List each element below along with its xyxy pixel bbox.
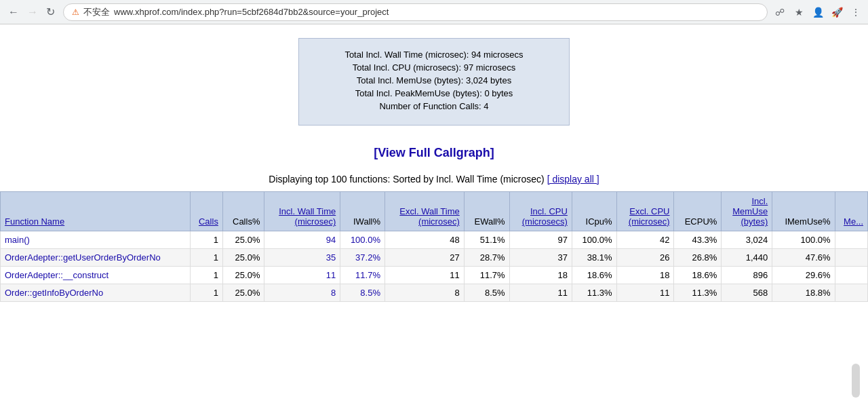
table-cell: 43.3% <box>674 231 722 249</box>
back-button[interactable]: ← <box>5 5 22 20</box>
table-cell: 26.8% <box>674 249 722 267</box>
th-excl-cpu-link[interactable]: Excl. CPU(microsec) <box>629 206 670 227</box>
table-cell[interactable]: Order::getInfoByOrderNo <box>1 284 191 302</box>
reload-button[interactable]: ↻ <box>43 4 58 20</box>
th-imemuse-pct: IMemUse% <box>772 192 835 231</box>
bookmark-icon[interactable]: ★ <box>792 5 806 19</box>
table-cell: 100.0% <box>572 231 616 249</box>
table-cell: 25.0% <box>222 267 264 284</box>
table-cell: 48 <box>384 231 464 249</box>
th-mem-more: Me... <box>835 192 867 231</box>
table-cell: 25.0% <box>222 231 264 249</box>
table-cell: 1 <box>190 267 222 284</box>
table-cell: 1 <box>190 231 222 249</box>
table-cell: 25.0% <box>222 284 264 302</box>
profile-icon[interactable]: 👤 <box>811 5 825 19</box>
stat-value-memuse: 3,024 bytes <box>466 75 511 85</box>
th-ewall-pct: EWall% <box>464 192 509 231</box>
th-fn-link[interactable]: Function Name <box>5 216 64 227</box>
table-cell: 11 <box>509 284 572 302</box>
th-ecpu-pct: ECPU% <box>674 192 722 231</box>
th-mem-more-link[interactable]: Me... <box>844 216 863 227</box>
stat-label-cpu: Total Incl. CPU (microsecs): <box>353 62 461 73</box>
th-calls: Calls <box>190 192 222 231</box>
stat-value-cpu: 97 microsecs <box>464 62 516 73</box>
table-cell: 18.6% <box>572 267 616 284</box>
table-cell[interactable]: 11 <box>264 267 340 284</box>
table-cell: 568 <box>722 284 772 302</box>
table-cell[interactable]: 8 <box>264 284 340 302</box>
table-cell: 18 <box>509 267 572 284</box>
table-cell[interactable]: 35 <box>264 249 340 267</box>
table-cell <box>835 284 867 302</box>
page-content: Total Incl. Wall Time (microsec): 94 mic… <box>0 24 868 302</box>
table-cell: 37.2% <box>340 249 385 267</box>
th-function-name: Function Name <box>1 192 191 231</box>
stat-row-calls: Number of Function Calls: 4 <box>319 101 549 111</box>
stat-label-memuse: Total Incl. MemUse (bytes): <box>357 75 464 85</box>
stat-label-peakmem: Total Incl. PeakMemUse (bytes): <box>355 88 482 98</box>
stat-row-memuse: Total Incl. MemUse (bytes): 3,024 bytes <box>319 75 549 85</box>
table-cell[interactable]: main() <box>1 231 191 249</box>
table-cell[interactable]: OrderAdepter::__construct <box>1 267 191 284</box>
th-incl-cpu-link[interactable]: Incl. CPU(microsecs) <box>522 206 568 227</box>
table-cell: 1 <box>190 249 222 267</box>
table-cell: 1 <box>190 284 222 302</box>
table-cell[interactable]: OrderAdepter::getUserOrderByOrderNo <box>1 249 191 267</box>
table-cell: 18 <box>616 267 674 284</box>
table-cell <box>835 249 867 267</box>
stat-row-peakmem: Total Incl. PeakMemUse (bytes): 0 bytes <box>319 88 549 98</box>
table-header-row: Function Name Calls Calls% Incl. Wall Ti… <box>1 192 868 231</box>
table-cell: 26 <box>616 249 674 267</box>
nav-buttons: ← → ↻ <box>5 4 58 20</box>
th-excl-cpu: Excl. CPU(microsec) <box>616 192 674 231</box>
table-cell <box>835 267 867 284</box>
th-excl-wall: Excl. Wall Time(microsec) <box>384 192 464 231</box>
table-cell: 18.8% <box>772 284 835 302</box>
table-cell: 37 <box>509 249 572 267</box>
translate-icon[interactable]: ☍ <box>773 5 787 19</box>
menu-icon[interactable]: ⋮ <box>849 5 863 19</box>
address-bar[interactable]: ⚠ 不安全 www.xhprof.com/index.php?run=5cbf2… <box>63 3 768 21</box>
table-cell: 896 <box>722 267 772 284</box>
forward-button[interactable]: → <box>24 5 41 20</box>
callgraph-section: [View Full Callgraph] <box>0 146 868 160</box>
table-cell: 47.6% <box>772 249 835 267</box>
th-incl-wall: Incl. Wall Time(microsec) <box>264 192 340 231</box>
th-incl-wall-link[interactable]: Incl. Wall Time(microsec) <box>279 206 336 227</box>
table-cell: 29.6% <box>772 267 835 284</box>
th-incl-memuse: Incl.MemUse(bytes) <box>722 192 772 231</box>
display-info-text: Displaying top 100 functions: Sorted by … <box>269 174 544 185</box>
table-cell: 100.0% <box>772 231 835 249</box>
table-cell: 38.1% <box>572 249 616 267</box>
extension-icon[interactable]: 🚀 <box>830 5 844 19</box>
th-excl-wall-link[interactable]: Excl. Wall Time(microsec) <box>399 206 459 227</box>
th-calls-pct: Calls% <box>222 192 264 231</box>
browser-chrome: ← → ↻ ⚠ 不安全 www.xhprof.com/index.php?run… <box>0 0 868 24</box>
table-row: main()125.0%94100.0%4851.1%97100.0%4243.… <box>1 231 868 249</box>
table-cell: 27 <box>384 249 464 267</box>
table-cell: 97 <box>509 231 572 249</box>
display-info: Displaying top 100 functions: Sorted by … <box>0 174 868 185</box>
security-warning: 不安全 <box>83 6 110 18</box>
table-cell: 1,440 <box>722 249 772 267</box>
table-cell: 3,024 <box>722 231 772 249</box>
table-cell: 8.5% <box>464 284 509 302</box>
th-iwall-pct: IWall% <box>340 192 385 231</box>
table-cell: 8.5% <box>340 284 385 302</box>
table-body: main()125.0%94100.0%4851.1%97100.0%4243.… <box>1 231 868 302</box>
stat-row-wall: Total Incl. Wall Time (microsec): 94 mic… <box>319 50 549 60</box>
callgraph-link[interactable]: [View Full Callgraph] <box>374 146 494 159</box>
table-row: OrderAdepter::__construct125.0%1111.7%11… <box>1 267 868 284</box>
table-cell[interactable]: 94 <box>264 231 340 249</box>
table-cell: 11.3% <box>572 284 616 302</box>
table-row: Order::getInfoByOrderNo125.0%88.5%88.5%1… <box>1 284 868 302</box>
th-calls-link[interactable]: Calls <box>199 216 218 227</box>
table-cell: 11 <box>616 284 674 302</box>
stats-box: Total Incl. Wall Time (microsec): 94 mic… <box>298 38 570 126</box>
th-incl-memuse-link[interactable]: Incl.MemUse(bytes) <box>732 196 768 227</box>
table-cell: 11.7% <box>340 267 385 284</box>
display-all-link[interactable]: [ display all ] <box>547 174 599 185</box>
stat-label-wall: Total Incl. Wall Time (microsec): <box>344 50 469 60</box>
table-cell: 25.0% <box>222 249 264 267</box>
